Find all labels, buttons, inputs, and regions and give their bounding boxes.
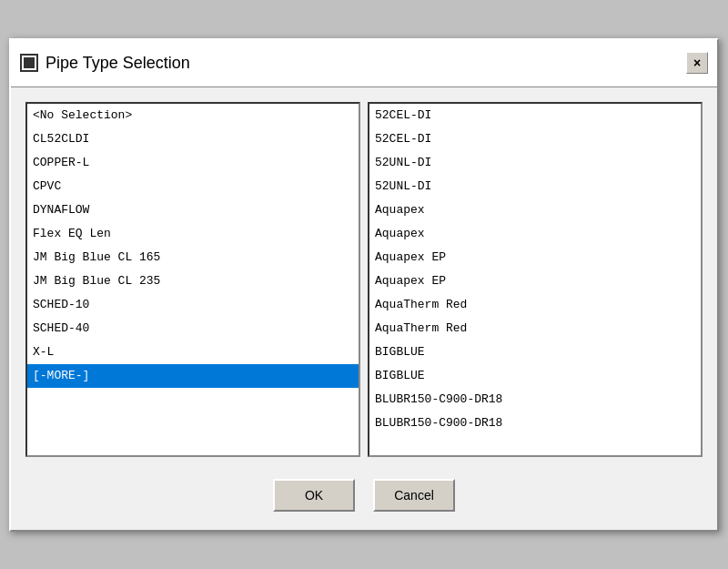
list-item[interactable]: [-MORE-] bbox=[27, 364, 359, 388]
list-item[interactable]: BIGBLUE bbox=[369, 340, 701, 364]
buttons-row: OK Cancel bbox=[25, 472, 703, 515]
list-item[interactable]: AquaTherm Red bbox=[369, 317, 701, 340]
title-bar-left: Pipe Type Selection bbox=[20, 54, 190, 73]
list-item[interactable]: Flex EQ Len bbox=[27, 222, 359, 246]
list-item[interactable]: CL52CLDI bbox=[27, 127, 359, 151]
list-item[interactable]: JM Big Blue CL 235 bbox=[27, 269, 359, 293]
list-item[interactable]: JM Big Blue CL 165 bbox=[27, 246, 359, 269]
list-item[interactable]: Aquapex bbox=[369, 198, 701, 222]
list-item[interactable]: 52CEL-DI bbox=[369, 104, 701, 127]
list-item[interactable]: BIGBLUE bbox=[369, 364, 701, 388]
list-item[interactable]: COPPER-L bbox=[27, 151, 359, 175]
list-item[interactable]: BLUBR150-C900-DR18 bbox=[369, 388, 701, 412]
list-item[interactable]: 52UNL-DI bbox=[369, 175, 701, 198]
list-item[interactable]: SCHED-10 bbox=[27, 293, 359, 317]
dialog-overlay: Pipe Type Selection × <No Selection>CL52… bbox=[0, 0, 728, 569]
list-item[interactable]: Aquapex EP bbox=[369, 246, 701, 269]
ok-button[interactable]: OK bbox=[273, 479, 355, 512]
close-button[interactable]: × bbox=[686, 52, 708, 74]
right-list-panel[interactable]: 52CEL-DI52CEL-DI52UNL-DI52UNL-DIAquapexA… bbox=[368, 102, 703, 457]
dialog-title: Pipe Type Selection bbox=[46, 54, 190, 73]
list-item[interactable]: AquaTherm Red bbox=[369, 293, 701, 317]
left-list-panel[interactable]: <No Selection>CL52CLDICOPPER-LCPVCDYNAFL… bbox=[25, 102, 360, 457]
list-item[interactable]: SCHED-40 bbox=[27, 317, 359, 340]
list-item[interactable]: 52CEL-DI bbox=[369, 127, 701, 151]
pipe-icon bbox=[20, 54, 38, 72]
list-item[interactable]: BLUBR150-C900-DR18 bbox=[369, 412, 701, 435]
list-item[interactable]: CPVC bbox=[27, 175, 359, 198]
lists-container: <No Selection>CL52CLDICOPPER-LCPVCDYNAFL… bbox=[25, 102, 703, 457]
cancel-button[interactable]: Cancel bbox=[373, 479, 455, 512]
list-item[interactable]: Aquapex bbox=[369, 222, 701, 246]
dialog-body: <No Selection>CL52CLDICOPPER-LCPVCDYNAFL… bbox=[11, 87, 717, 530]
list-item[interactable]: X-L bbox=[27, 340, 359, 364]
pipe-type-selection-dialog: Pipe Type Selection × <No Selection>CL52… bbox=[9, 38, 719, 532]
list-item[interactable]: DYNAFLOW bbox=[27, 198, 359, 222]
list-item[interactable]: 52UNL-DI bbox=[369, 151, 701, 175]
title-bar: Pipe Type Selection × bbox=[11, 40, 717, 87]
list-item[interactable]: Aquapex EP bbox=[369, 269, 701, 293]
list-item[interactable]: <No Selection> bbox=[27, 104, 359, 127]
